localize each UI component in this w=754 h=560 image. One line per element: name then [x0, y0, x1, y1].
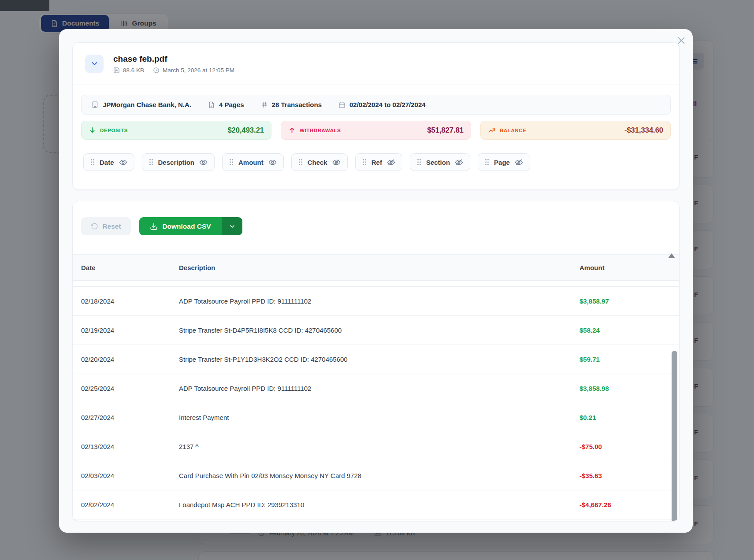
transaction-description: Loandepot Msp ACH PPD ID: 2939213310 — [179, 501, 579, 508]
transaction-date: 02/27/2024 — [81, 414, 179, 421]
summary-value: $51,827.81 — [427, 126, 464, 134]
table-row: 02/18/2024 ADP Totalsource Payroll PPD I… — [73, 287, 679, 316]
eye-icon[interactable] — [268, 158, 277, 167]
transaction-description: ADP Totalsource Payroll PPD ID: 91111111… — [179, 297, 579, 305]
header-amount: Amount — [579, 264, 671, 271]
transaction-date: 02/20/2024 — [81, 356, 179, 363]
page-count-item: 4 Pages — [208, 101, 244, 108]
column-chip-label: Page — [494, 159, 510, 166]
table-row: 02/19/2024 Stripe Transfer St-D4P5R1I8I5… — [73, 316, 679, 345]
column-toggle-chip[interactable]: Check — [291, 153, 348, 171]
chevron-down-icon — [90, 59, 99, 68]
eye-icon[interactable] — [199, 158, 208, 167]
transaction-amount: $3,858.97 — [579, 297, 671, 305]
file-modified: March 5, 2026 at 12:05 PM — [163, 67, 234, 74]
bank-name-item: JPMorgan Chase Bank, N.A. — [91, 101, 191, 108]
summary-card: WITHDRAWALS $51,827.81 — [281, 121, 471, 140]
transaction-date: 02/25/2024 — [81, 385, 179, 392]
eye-off-icon[interactable] — [332, 158, 341, 167]
file-name: chase feb.pdf — [113, 54, 234, 64]
reset-label: Reset — [102, 223, 121, 230]
transaction-amount: -$4,667.26 — [579, 501, 671, 508]
transaction-date: 02/18/2024 — [81, 297, 179, 305]
download-csv-label: Download CSV — [162, 223, 211, 230]
hash-icon — [261, 101, 268, 108]
arrow-down-icon — [89, 126, 96, 134]
column-toggle-chip[interactable]: Description — [142, 153, 215, 171]
drag-handle-icon[interactable] — [298, 159, 303, 166]
reset-button[interactable]: Reset — [81, 217, 131, 235]
column-chip-label: Section — [426, 159, 450, 166]
column-chips-row: Date Description Amount Check — [83, 153, 671, 171]
drag-handle-icon[interactable] — [149, 159, 153, 166]
transaction-count: 28 Transactions — [272, 101, 322, 108]
drag-handle-icon[interactable] — [417, 159, 421, 166]
eye-off-icon[interactable] — [387, 158, 395, 167]
statement-meta-strip: JPMorgan Chase Bank, N.A. 4 Pages 28 Tra… — [81, 95, 671, 115]
file-modified-item: March 5, 2026 at 12:05 PM — [153, 67, 234, 74]
collapse-toggle-button[interactable] — [85, 55, 104, 73]
chevron-down-icon — [229, 223, 236, 230]
transaction-count-item: 28 Transactions — [261, 101, 322, 108]
trend-up-icon — [488, 126, 496, 134]
eye-off-icon[interactable] — [455, 158, 463, 167]
summary-value: $20,493.21 — [227, 126, 264, 134]
file-size-item: 88.6 KB — [113, 67, 144, 74]
transaction-date: 02/03/2024 — [81, 472, 179, 479]
document-detail-modal: chase feb.pdf 88.6 KB March 5, 2026 at 1… — [59, 29, 693, 533]
transaction-description: 2137 ^ — [179, 443, 579, 450]
download-csv-button[interactable]: Download CSV — [139, 217, 222, 235]
drag-handle-icon[interactable] — [90, 159, 95, 166]
transaction-amount: -$75.00 — [579, 443, 671, 450]
calendar-icon — [338, 101, 345, 108]
disk-icon — [113, 67, 120, 74]
column-toggle-chip[interactable]: Date — [83, 153, 134, 171]
drag-handle-icon[interactable] — [229, 159, 234, 166]
transaction-description: Interest Payment — [179, 414, 579, 421]
column-toggle-chip[interactable]: Amount — [222, 153, 284, 171]
transaction-description: Stripe Transfer St-D4P5R1I8I5K8 CCD ID: … — [179, 326, 579, 334]
rotate-ccw-icon — [91, 223, 98, 230]
transaction-date: 02/13/2024 — [81, 443, 179, 450]
table-row: 02/13/2024 2137 ^ -$75.00 — [73, 432, 679, 461]
drag-handle-icon[interactable] — [485, 159, 489, 166]
transaction-date: 02/19/2024 — [81, 326, 179, 334]
bank-building-icon — [91, 101, 99, 108]
scrollbar-thumb[interactable] — [672, 351, 677, 521]
drag-handle-icon[interactable] — [362, 159, 367, 166]
clock-icon — [153, 67, 160, 74]
column-toggle-chip[interactable]: Ref — [355, 153, 402, 171]
table-row: 02/20/2024 Stripe Transfer St-P1Y1D3H3K2… — [73, 345, 679, 374]
eye-icon[interactable] — [119, 158, 127, 167]
download-options-button[interactable] — [222, 217, 242, 235]
summary-cards-row: DEPOSITS $20,493.21 WITHDRAWALS $51,827.… — [81, 121, 671, 140]
summary-label: WITHDRAWALS — [300, 128, 341, 133]
column-toggle-chip[interactable]: Page — [478, 153, 530, 171]
column-chip-label: Amount — [238, 159, 264, 166]
transaction-amount: $59.71 — [579, 356, 671, 363]
eye-off-icon[interactable] — [515, 158, 523, 167]
transaction-amount: $0.21 — [579, 414, 671, 421]
table-header-row: Date Description Amount — [73, 254, 679, 281]
arrow-up-icon — [288, 126, 296, 134]
column-chip-label: Date — [100, 159, 114, 166]
scroll-up-arrow[interactable] — [668, 253, 675, 258]
summary-card: BALANCE -$31,334.60 — [480, 121, 671, 140]
summary-label: BALANCE — [500, 128, 526, 133]
download-csv-split-button: Download CSV — [139, 217, 242, 235]
date-range-item: 02/02/2024 to 02/27/2024 — [338, 101, 426, 108]
file-size: 88.6 KB — [123, 67, 144, 74]
download-icon — [150, 223, 158, 230]
file-header-row: chase feb.pdf 88.6 KB March 5, 2026 at 1… — [73, 43, 679, 85]
table-row: 02/02/2024 Loandepot Msp ACH PPD ID: 293… — [73, 490, 679, 519]
column-chip-label: Description — [158, 159, 195, 166]
transaction-description: Stripe Transfer St-P1Y1D3H3K2O2 CCD ID: … — [179, 356, 579, 363]
column-chip-label: Check — [308, 159, 327, 166]
file-summary-card: chase feb.pdf 88.6 KB March 5, 2026 at 1… — [72, 42, 680, 190]
table-body: 02/18/2024 ADP Totalsource Payroll PPD I… — [73, 287, 679, 519]
column-toggle-chip[interactable]: Section — [410, 153, 470, 171]
summary-label: DEPOSITS — [100, 128, 128, 133]
header-date: Date — [81, 264, 179, 271]
transaction-description: Card Purchase With Pin 02/03 Monsey Mons… — [179, 472, 579, 479]
column-chip-label: Ref — [371, 159, 382, 166]
